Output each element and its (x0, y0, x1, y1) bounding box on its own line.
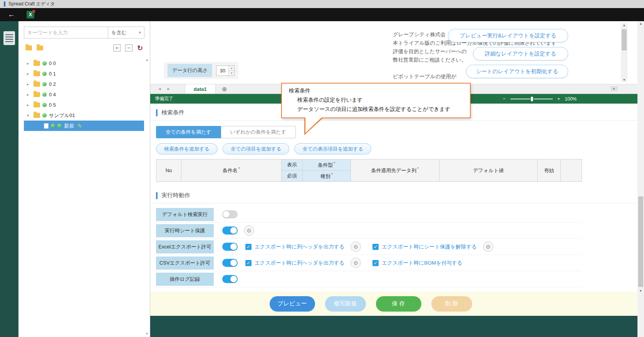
scroll-up-icon[interactable]: ▲ (621, 23, 627, 27)
scrollbar-thumb[interactable] (638, 196, 643, 287)
zoom-slider[interactable] (510, 99, 553, 99)
tree-item-01[interactable]: ▸ 0 1 (18, 69, 144, 79)
section-accent-bar (156, 192, 158, 199)
scroll-down-icon[interactable]: ▼ (637, 289, 644, 293)
toggle-excel-export-on[interactable] (222, 243, 238, 251)
runtime-row-operation-log: 操作ログ記録 (156, 271, 582, 287)
checkbox-excel-column-header[interactable]: ✓ (245, 244, 252, 250)
checkbox-label[interactable]: エクスポート時にシート保護を解除する (382, 243, 476, 250)
caret-right-icon[interactable]: ▸ (27, 61, 31, 65)
toggle-operation-log-on[interactable] (222, 275, 238, 283)
detailed-layout-settings-button[interactable]: 詳細なレイアウトを設定する (473, 47, 568, 60)
scroll-up-icon[interactable]: ▲ (637, 22, 644, 25)
caret-right-icon[interactable]: ▸ (27, 72, 31, 76)
gear-icon[interactable]: ⚙ (351, 258, 361, 268)
row-height-spinner[interactable]: 30 ▴ ▾ (216, 65, 235, 76)
keyword-search-input[interactable] (24, 27, 108, 39)
scroll-right-icon[interactable]: ► (611, 86, 617, 91)
tree-scrollbar[interactable]: ▲ ▼ (144, 58, 150, 337)
col-show: 表示 (282, 159, 303, 171)
top-toolbar: ← X (0, 8, 644, 21)
toggle-csv-export-on[interactable] (222, 259, 238, 267)
expand-all-button[interactable]: + (113, 44, 121, 52)
match-all-button[interactable]: 全ての条件を満たす (156, 126, 221, 138)
add-all-fields-button[interactable]: 全ての項目を追加する (223, 143, 290, 154)
delete-button[interactable]: 削 除 (431, 296, 472, 312)
tab-next-icon[interactable]: ► (167, 87, 170, 91)
caret-right-icon[interactable]: ▸ (27, 103, 31, 107)
col-kind: 種別* (303, 171, 351, 182)
scroll-up-icon[interactable]: ▲ (144, 58, 150, 62)
zoom-out-button[interactable]: − (503, 96, 506, 102)
toggle-default-search-off[interactable] (222, 210, 238, 218)
spinner-up-icon[interactable]: ▴ (229, 66, 234, 71)
tree-item-04[interactable]: ▸ 0 4 (18, 89, 144, 100)
row-height-value[interactable]: 30 (216, 66, 228, 75)
checkbox-excel-unprotect[interactable]: ✓ (372, 244, 379, 250)
add-all-display-fields-button[interactable]: 全ての表示項目を追加する (294, 143, 371, 154)
back-button[interactable]: ← (8, 10, 15, 19)
checkbox-csv-bom[interactable]: ✓ (372, 260, 379, 266)
status-arrow-ball-icon (57, 124, 62, 128)
match-type-select[interactable]: を含む ▾ (108, 27, 144, 39)
match-mode-toggle: 全ての条件を満たす いずれかの条件を満たす (156, 126, 637, 138)
checkbox-csv-column-header[interactable]: ✓ (245, 260, 252, 266)
excel-export-icon[interactable]: X (27, 11, 34, 18)
gear-icon[interactable]: ⚙ (483, 241, 493, 252)
runtime-row-csv-export: CSVエクスポート許可 ✓ エクスポート時に列ヘッダを出力する ⚙ ✓ エクスポ… (156, 255, 582, 271)
check-icon: ✓ (374, 244, 377, 250)
import-folder-icon[interactable] (25, 45, 32, 50)
hamburger-menu-icon[interactable] (3, 31, 15, 45)
sheet-info-area: グレープシティ株式会 本トライアル版のご利用はローカル環境での評価に制限されてい… (150, 21, 637, 84)
tab-prev-icon[interactable]: ◄ (158, 87, 161, 91)
caret-down-icon[interactable]: ▾ (27, 113, 31, 117)
tree-item-label: 0 0 (49, 60, 56, 66)
runtime-row-excel-export: Excelエクスポート許可 ✓ エクスポート時に列ヘッダを出力する ⚙ ✓ エク… (156, 239, 582, 255)
toggle-knob (230, 276, 237, 282)
scroll-down-icon[interactable]: ▼ (621, 78, 627, 82)
tree-item-sample01[interactable]: ▾ サンプル01 (18, 110, 144, 121)
tree-toolbar: + − ↻ (25, 44, 143, 52)
tree-item-05[interactable]: ▸ 0 5 (18, 100, 144, 110)
tree-item-02[interactable]: ▸ 0 2 (18, 79, 144, 89)
copy-new-button[interactable]: 複写新規 (325, 296, 366, 312)
section-title: 実行時動作 (161, 192, 190, 199)
match-any-button[interactable]: いずれかの条件を満たす (221, 126, 296, 138)
checkbox-label[interactable]: エクスポート時に列ヘッダを出力する (255, 243, 344, 250)
add-sheet-icon[interactable]: ⊕ (222, 86, 227, 93)
folder-icon (34, 102, 40, 107)
new-folder-icon[interactable] (37, 45, 43, 50)
window-title: Spread Craft エディタ (8, 1, 55, 7)
preview-layout-settings-button[interactable]: プレビュー実行&レイアウトを設定する (448, 29, 568, 42)
collapse-all-button[interactable]: − (125, 44, 132, 52)
scrollbar-thumb[interactable] (622, 29, 627, 50)
checkbox-label[interactable]: エクスポート時にBOMを付与する (382, 260, 462, 267)
spinner-down-icon[interactable]: ▾ (229, 71, 234, 75)
caret-right-icon[interactable]: ▸ (27, 92, 31, 97)
preview-button[interactable]: プレビュー (270, 296, 315, 312)
sheet-scrollbar[interactable]: ▲ ▼ (621, 23, 627, 82)
gear-icon[interactable]: ⚙ (351, 241, 361, 252)
pencil-icon[interactable]: ✎ (77, 123, 82, 129)
spread-craft-editor-window: Spread Craft エディタ ← X を含む ▾ + − ↻ ▸ (0, 0, 644, 337)
zoom-in-button[interactable]: + (557, 96, 560, 102)
settings-panel: 検索条件 全ての条件を満たす いずれかの条件を満たす 検索条件を追加する 全ての… (150, 104, 637, 292)
status-ball-icon (42, 92, 47, 97)
tree-item-00[interactable]: ▸ 0 0 (18, 58, 144, 69)
folder-icon (34, 71, 40, 76)
tab-data1[interactable]: data1 (185, 84, 216, 94)
caret-right-icon[interactable]: ▸ (27, 82, 31, 86)
title-bar: Spread Craft エディタ (0, 0, 644, 8)
col-enabled: 有効 (538, 159, 561, 182)
toggle-sheet-protect-on[interactable] (222, 226, 238, 235)
refresh-icon[interactable]: ↻ (137, 45, 143, 52)
checkbox-label[interactable]: エクスポート時に列ヘッダを出力する (255, 260, 344, 267)
main-scrollbar[interactable]: ▲ ▼ (637, 21, 644, 337)
scroll-down-icon[interactable]: ▼ (144, 332, 150, 335)
zoom-slider-thumb[interactable] (530, 96, 533, 102)
reset-sheet-layout-button[interactable]: シートのレイアウトを初期化する (466, 65, 568, 78)
tree-item-shinki-selected[interactable]: 新規 ✎ (24, 121, 144, 131)
gear-icon[interactable]: ⚙ (244, 225, 254, 236)
add-search-condition-button[interactable]: 検索条件を追加する (156, 143, 218, 154)
save-button[interactable]: 保 存 (376, 296, 421, 312)
